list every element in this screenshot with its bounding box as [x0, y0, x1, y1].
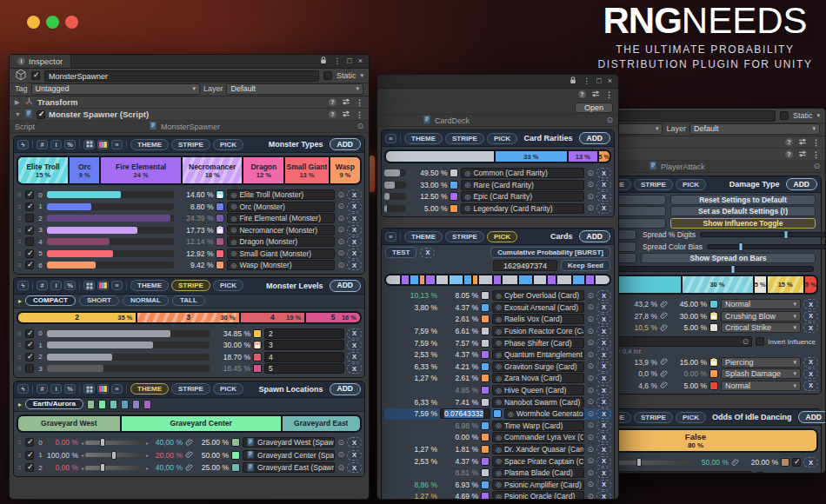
- tag-dropdown[interactable]: Untagged▾: [31, 83, 200, 95]
- distribution-segment[interactable]: [556, 275, 571, 284]
- row-checkbox[interactable]: [25, 214, 34, 222]
- color-swatch[interactable]: [216, 237, 224, 246]
- info-toggle-icon[interactable]: i: [50, 384, 62, 394]
- chevron-down-icon[interactable]: ▾: [816, 112, 820, 119]
- slider-thumb[interactable]: [783, 230, 788, 239]
- drag-handle-icon[interactable]: ≡: [17, 453, 23, 458]
- distribution-segment[interactable]: 330 %: [136, 313, 238, 322]
- influence-slider[interactable]: ◂▸: [81, 440, 149, 446]
- object-field[interactable]: ◎Wormhole Generator (Card): [504, 408, 584, 419]
- pick-button[interactable]: PICK: [676, 179, 706, 190]
- probability-value[interactable]: 25.00 %: [196, 463, 229, 472]
- object-picker-icon[interactable]: ⊙: [587, 446, 594, 454]
- remove-button[interactable]: X: [596, 349, 611, 360]
- remove-button[interactable]: X: [803, 357, 818, 368]
- row-checkbox[interactable]: [25, 353, 34, 361]
- titlebar[interactable]: ⋮ □ ×: [377, 75, 618, 89]
- color-swatch[interactable]: [450, 192, 458, 201]
- object-field[interactable]: ◎Cyber Overload (Card): [492, 290, 584, 301]
- remove-button[interactable]: X: [596, 385, 611, 395]
- slider-track[interactable]: [85, 441, 144, 445]
- object-picker-icon[interactable]: ⊙: [337, 262, 344, 269]
- color-swatch[interactable]: [231, 463, 240, 472]
- maximize-icon[interactable]: □: [596, 77, 601, 85]
- object-field[interactable]: ◎Psionic Oracle (Card): [492, 491, 584, 500]
- object-picker-icon[interactable]: ⊙: [337, 226, 344, 234]
- pick-button[interactable]: PICK: [487, 133, 517, 144]
- lock-icon[interactable]: [253, 341, 262, 349]
- remove-button[interactable]: X: [803, 368, 818, 379]
- probability-value[interactable]: 15.00 %: [670, 358, 707, 367]
- object-field[interactable]: Graveyard Center (Spawn Location): [243, 450, 335, 461]
- drag-handle-icon[interactable]: ≡: [17, 262, 23, 268]
- probability-value[interactable]: 2.61 %: [440, 315, 478, 323]
- probability-value[interactable]: 6.98 %: [440, 421, 478, 430]
- stripe-button[interactable]: STRIPE: [445, 133, 484, 144]
- probability-value[interactable]: 33.00 %: [409, 181, 447, 189]
- invert-influence-checkbox[interactable]: [756, 472, 764, 474]
- object-picker-icon[interactable]: ⊙: [587, 493, 594, 500]
- remove-button[interactable]: X: [347, 437, 362, 448]
- distribution-segment[interactable]: Graveyard West: [18, 416, 120, 431]
- remove-button[interactable]: X: [347, 249, 362, 259]
- slider-left-arrow-icon[interactable]: ◂: [81, 440, 83, 446]
- distribution-segment[interactable]: 13 %: [567, 151, 596, 162]
- distribution-segment[interactable]: [571, 275, 585, 284]
- distribution-segment[interactable]: [418, 275, 424, 284]
- object-field[interactable]: ◎Time Warp (Card): [492, 421, 584, 431]
- enum-dropdown[interactable]: Crushing Blow▾: [721, 311, 801, 322]
- distribution-segment[interactable]: Dragon12 %: [242, 157, 283, 183]
- link-icon[interactable]: [660, 323, 668, 333]
- remove-button[interactable]: X: [347, 189, 362, 200]
- probability-value[interactable]: 8.80 %: [177, 202, 213, 211]
- object-field[interactable]: ◎Epic (Card Rarity): [461, 191, 584, 202]
- titlebar[interactable]: iInspector ⋮ □ ×: [10, 55, 369, 69]
- row-checkbox[interactable]: [25, 202, 34, 211]
- spread-digits-slider[interactable]: [700, 232, 826, 237]
- static-checkbox[interactable]: [780, 111, 789, 120]
- slider-thumb[interactable]: [111, 451, 117, 460]
- object-field[interactable]: ◎Raelis Vox (Card): [492, 314, 584, 324]
- object-picker-icon[interactable]: ⊙: [587, 328, 594, 335]
- object-field[interactable]: ◎Phase Shifter (Card): [492, 338, 584, 348]
- presets-icon[interactable]: [798, 138, 807, 147]
- probability-value[interactable]: 4.37 %: [440, 350, 478, 359]
- slider-thumb[interactable]: [739, 242, 743, 251]
- object-picker-icon[interactable]: ⊙: [337, 439, 344, 447]
- distribution-segment[interactable]: [477, 275, 492, 284]
- distribution-segment[interactable]: 15 %: [766, 276, 803, 293]
- pick-button[interactable]: PICK: [487, 231, 517, 242]
- enum-dropdown[interactable]: Critical Strike▾: [721, 322, 801, 333]
- remove-button[interactable]: X: [347, 260, 362, 270]
- remove-button[interactable]: X: [596, 180, 611, 190]
- color-swatch[interactable]: [216, 261, 224, 269]
- bar-size-short[interactable]: SHORT: [79, 295, 119, 306]
- distribution-segment[interactable]: [517, 275, 532, 284]
- remove-button[interactable]: X: [596, 480, 611, 490]
- color-stripe-icon[interactable]: [97, 140, 109, 149]
- add-button[interactable]: ADD: [798, 411, 826, 423]
- drag-handle-icon[interactable]: ≡: [17, 355, 23, 360]
- distribution-segment[interactable]: [409, 275, 418, 284]
- row-checkbox[interactable]: [25, 237, 34, 246]
- chevron-down-icon[interactable]: ▾: [360, 72, 363, 79]
- probability-value[interactable]: 18.70 %: [212, 353, 250, 361]
- object-field[interactable]: ◎Dragon (Monster): [227, 236, 335, 247]
- remove-button[interactable]: X: [596, 314, 611, 324]
- object-picker-icon[interactable]: ⊙: [337, 238, 344, 246]
- presets-icon[interactable]: [342, 98, 350, 107]
- remove-button[interactable]: X: [596, 444, 611, 454]
- drag-handle-icon[interactable]: ≡: [17, 440, 23, 445]
- close-icon[interactable]: ×: [358, 57, 363, 65]
- color-swatch[interactable]: [481, 445, 490, 454]
- close-icon[interactable]: ×: [608, 77, 612, 85]
- add-button[interactable]: ADD: [330, 383, 361, 395]
- link-icon[interactable]: [660, 369, 668, 379]
- grid-view-icon[interactable]: [83, 140, 95, 149]
- help-icon[interactable]: ?: [329, 98, 336, 106]
- drag-handle-icon[interactable]: ≡: [17, 465, 23, 470]
- distribution-segment[interactable]: [532, 275, 546, 284]
- row-checkbox[interactable]: [25, 438, 34, 447]
- distribution-segment[interactable]: Necromancer18 %: [181, 157, 243, 183]
- distribution-segment[interactable]: Graveyard East: [281, 416, 360, 431]
